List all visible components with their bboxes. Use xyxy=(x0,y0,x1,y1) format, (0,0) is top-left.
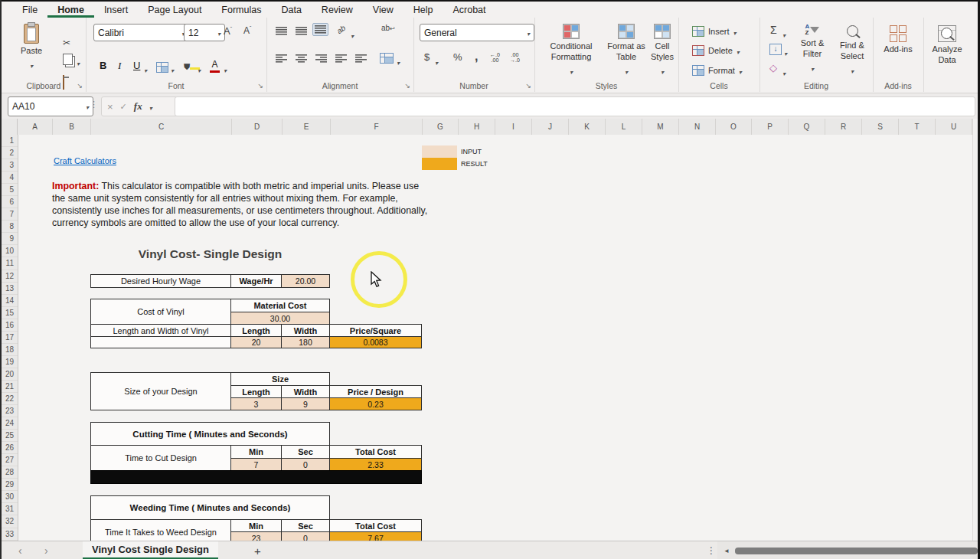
weeding-title-cell[interactable]: Weeding Time ( Minutes and Seconds) xyxy=(90,495,330,520)
weeding-cost-result-cell[interactable]: 7.67 xyxy=(329,531,422,541)
add-ins-button[interactable]: Add-ins xyxy=(880,25,916,54)
underline-button[interactable]: U xyxy=(133,60,140,71)
format-cells-button[interactable]: Format xyxy=(692,64,742,77)
font-dialog-launcher-icon[interactable]: ↘ xyxy=(257,83,263,90)
row-header-22[interactable]: 22 xyxy=(2,393,18,405)
material-cost-header-cell[interactable]: Material Cost xyxy=(230,299,330,312)
insert-function-icon[interactable]: fx xyxy=(134,100,142,113)
wage-header-cell[interactable]: Wage/Hr xyxy=(230,274,282,288)
wage-label-cell[interactable]: Desired Hourly Wage xyxy=(90,274,231,288)
increase-decimal-icon[interactable]: ←.0 .00 xyxy=(490,52,500,63)
insert-cells-button[interactable]: Insert xyxy=(692,25,737,38)
column-header-I[interactable]: I xyxy=(495,119,532,135)
ribbon-tab-help[interactable]: Help xyxy=(403,2,443,18)
weeding-cost-header-cell[interactable]: Total Cost xyxy=(329,519,422,532)
price-square-result-cell[interactable]: 0.0083 xyxy=(329,336,422,348)
align-bottom-icon[interactable] xyxy=(312,23,328,36)
cutting-cost-result-cell[interactable]: 2.33 xyxy=(329,458,422,471)
vinyl-length-header-cell[interactable]: Length xyxy=(230,324,282,337)
number-dialog-launcher-icon[interactable]: ↘ xyxy=(525,83,531,90)
fill-color-chevron-icon[interactable] xyxy=(198,62,201,76)
orientation-icon[interactable]: ab xyxy=(335,24,347,35)
weeding-label-cell[interactable]: Time It Takes to Weed Design xyxy=(90,519,231,541)
design-width-input-cell[interactable]: 9 xyxy=(281,397,330,410)
align-center-icon[interactable] xyxy=(296,54,307,63)
column-header-G[interactable]: G xyxy=(423,119,459,135)
align-left-icon[interactable] xyxy=(276,54,287,63)
row-header-13[interactable]: 13 xyxy=(2,283,18,295)
shrink-font-icon[interactable]: Aˇ xyxy=(243,25,251,36)
column-header-D[interactable]: D xyxy=(232,119,283,135)
weeding-sec-input-cell[interactable]: 0 xyxy=(281,531,330,541)
row-header-18[interactable]: 18 xyxy=(2,344,18,356)
cutting-min-header-cell[interactable]: Min xyxy=(230,445,282,459)
percent-style-icon[interactable]: % xyxy=(453,51,462,63)
column-header-E[interactable]: E xyxy=(283,119,331,135)
material-cost-input-cell[interactable]: 30.00 xyxy=(230,312,330,325)
format-as-table-button[interactable]: Format as Table xyxy=(605,24,648,77)
clear-icon[interactable]: ◇ xyxy=(769,62,777,74)
fill-chevron-icon[interactable] xyxy=(784,45,787,59)
row-header-5[interactable]: 5 xyxy=(2,184,18,196)
row-header-12[interactable]: 12 xyxy=(2,270,18,283)
weeding-sec-header-cell[interactable]: Sec xyxy=(281,519,330,532)
column-header-B[interactable]: B xyxy=(53,119,91,135)
wage-input-cell[interactable]: 20.00 xyxy=(281,274,330,288)
row-header-21[interactable]: 21 xyxy=(2,381,18,393)
row-header-25[interactable]: 25 xyxy=(2,430,18,442)
font-color-icon[interactable]: A xyxy=(210,59,220,73)
row-header-27[interactable]: 27 xyxy=(2,454,18,466)
prev-sheet-icon[interactable]: ‹ xyxy=(18,541,22,559)
select-all-corner[interactable] xyxy=(2,119,18,135)
row-header-4[interactable]: 4 xyxy=(2,172,18,184)
decrease-decimal-icon[interactable]: .00 →.0 xyxy=(510,52,520,63)
design-length-input-cell[interactable]: 3 xyxy=(230,397,282,410)
row-header-15[interactable]: 15 xyxy=(2,307,18,319)
cancel-icon[interactable]: × xyxy=(107,101,113,113)
underline-chevron-icon[interactable] xyxy=(144,62,147,76)
ribbon-tab-insert[interactable]: Insert xyxy=(94,2,138,18)
cutting-min-input-cell[interactable]: 7 xyxy=(230,458,282,471)
cutting-label-cell[interactable]: Time to Cut Design xyxy=(90,445,231,471)
vinyl-dims-label-cell[interactable]: Length and Width of Vinyl xyxy=(90,324,231,337)
borders-chevron-icon[interactable] xyxy=(171,62,174,76)
align-top-icon[interactable] xyxy=(276,27,287,35)
conditional-formatting-button[interactable]: Conditional Formatting xyxy=(539,24,603,77)
borders-icon[interactable] xyxy=(156,62,168,73)
bold-button[interactable]: B xyxy=(100,60,106,71)
paste-button[interactable]: Paste xyxy=(14,24,49,71)
cell-styles-button[interactable]: Cell Styles xyxy=(646,24,678,77)
column-header-C[interactable]: C xyxy=(91,119,232,135)
weeding-min-input-cell[interactable]: 23 xyxy=(230,531,282,541)
column-header-L[interactable]: L xyxy=(606,119,642,135)
horizontal-scrollbar-thumb[interactable] xyxy=(735,548,978,554)
tab-bar-splitter-icon[interactable]: ⋮ xyxy=(707,541,716,559)
row-header-28[interactable]: 28 xyxy=(2,466,18,479)
autosum-icon[interactable]: Σ xyxy=(770,24,777,36)
row-header-8[interactable]: 8 xyxy=(2,221,18,233)
scroll-left-icon[interactable]: ◄ xyxy=(724,541,730,559)
next-sheet-icon[interactable]: › xyxy=(44,541,48,559)
row-header-14[interactable]: 14 xyxy=(2,295,18,307)
cutting-sec-header-cell[interactable]: Sec xyxy=(281,445,330,459)
design-width-header-cell[interactable]: Width xyxy=(281,385,330,398)
merge-center-icon[interactable] xyxy=(380,53,394,64)
increase-indent-icon[interactable] xyxy=(355,54,367,63)
fx-chevron-icon[interactable] xyxy=(149,100,152,113)
wrap-text-icon[interactable]: ab↩ xyxy=(381,24,395,32)
number-format-select[interactable]: General xyxy=(420,24,534,41)
ribbon-tab-page-layout[interactable]: Page Layout xyxy=(138,2,211,18)
row-header-23[interactable]: 23 xyxy=(2,405,18,417)
vinyl-label-cell[interactable]: Cost of Vinyl xyxy=(90,299,231,325)
grow-font-icon[interactable]: Aˆ xyxy=(224,25,232,37)
row-header-11[interactable]: 11 xyxy=(2,257,18,270)
delete-cells-button[interactable]: Delete xyxy=(692,44,740,57)
column-header-A[interactable]: A xyxy=(18,119,53,135)
cutting-cost-header-cell[interactable]: Total Cost xyxy=(329,445,422,459)
ribbon-tab-file[interactable]: File xyxy=(12,2,47,18)
vinyl-width-header-cell[interactable]: Width xyxy=(281,324,330,337)
copy-chevron-icon[interactable] xyxy=(77,55,80,69)
clipboard-dialog-launcher-icon[interactable]: ↘ xyxy=(77,83,83,90)
weeding-min-header-cell[interactable]: Min xyxy=(230,519,282,532)
autosum-chevron-icon[interactable] xyxy=(782,27,786,41)
